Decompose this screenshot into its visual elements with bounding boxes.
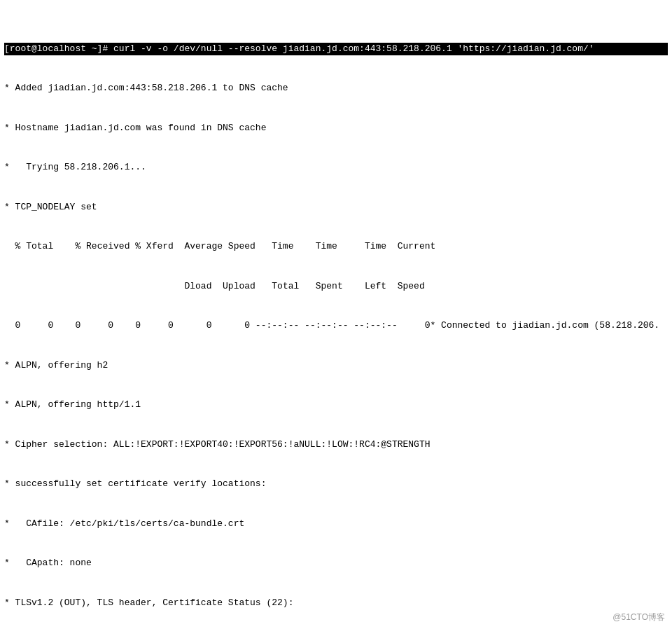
output-line: * TLSv1.2 (OUT), TLS header, Certificate… bbox=[4, 597, 668, 610]
output-line: * CAfile: /etc/pki/tls/certs/ca-bundle.c… bbox=[4, 518, 668, 531]
output-line: * Cipher selection: ALL:!EXPORT:!EXPORT4… bbox=[4, 438, 668, 452]
watermark: @51CTO博客 bbox=[612, 611, 665, 623]
output-line: Dload Upload Total Spent Left Speed bbox=[4, 280, 668, 293]
command-line: [root@localhost ~]# curl -v -o /dev/null… bbox=[4, 43, 668, 56]
output-line: * successfully set certificate verify lo… bbox=[4, 478, 668, 491]
output-line: * TCP_NODELAY set bbox=[4, 201, 668, 214]
terminal-output: [root@localhost ~]# curl -v -o /dev/null… bbox=[0, 0, 672, 629]
output-line: * ALPN, offering http/1.1 bbox=[4, 399, 668, 412]
output-line: 0 0 0 0 0 0 0 0 --:--:-- --:--:-- --:--:… bbox=[4, 319, 668, 333]
output-line: * CApath: none bbox=[4, 557, 668, 570]
output-line: % Total % Received % Xferd Average Speed… bbox=[4, 240, 668, 254]
output-line: * Trying 58.218.206.1... bbox=[4, 161, 668, 174]
output-line: * ALPN, offering h2 bbox=[4, 359, 668, 373]
output-line: * Hostname jiadian.jd.com was found in D… bbox=[4, 122, 668, 135]
output-line: * Added jiadian.jd.com:443:58.218.206.1 … bbox=[4, 82, 668, 95]
